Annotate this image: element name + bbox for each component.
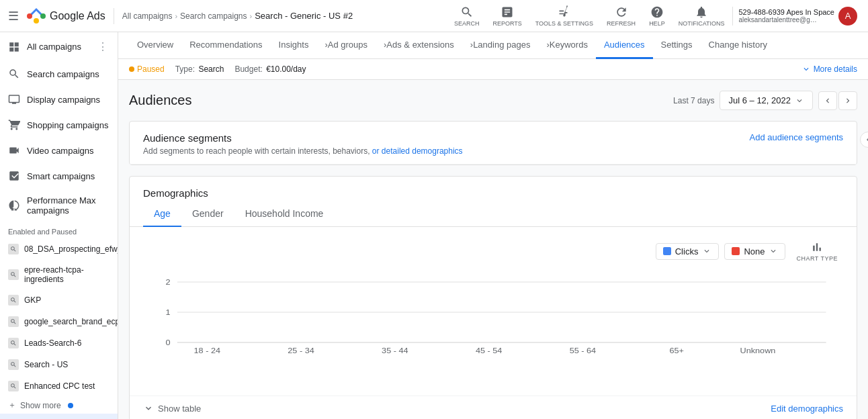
demo-tab-age[interactable]: Age <box>143 201 181 227</box>
chevron-right-icon <box>843 96 853 105</box>
sidebar-label-all-campaigns: All campaigns <box>27 42 81 52</box>
sidebar-campaign-dsa[interactable]: 08_DSA_prospecting_efw_tcpa <box>0 238 118 260</box>
shopping-icon <box>8 119 20 131</box>
sidebar-item-performance-max[interactable]: Performance Max campaigns <box>0 189 118 222</box>
more-details-button[interactable]: More details <box>801 64 857 74</box>
svg-text:25 - 34: 25 - 34 <box>288 347 314 354</box>
nav-divider <box>114 8 114 24</box>
demographics-tabs: Age Gender Household Income <box>130 201 857 227</box>
sidebar-kebab-icon[interactable]: ⋮ <box>96 39 110 54</box>
sidebar-campaign-enhanced-cpc[interactable]: Enhanced CPC test <box>0 375 118 397</box>
chevron-down-icon <box>801 64 811 74</box>
sidebar-item-smart-campaigns[interactable]: Smart campaigns <box>0 163 118 189</box>
mobile-app-footer[interactable]: Get the Google Ads mobile app <box>0 414 118 419</box>
campaign-label-gkp: GKP <box>24 295 41 305</box>
sidebar-campaign-google-search[interactable]: google_search_brand_ecpc_women <box>0 311 118 332</box>
subnav-ads-extensions[interactable]: › Ads & extensions <box>376 32 462 59</box>
sidebar-campaign-search-us[interactable]: Search - US <box>0 354 118 375</box>
subnav-audiences[interactable]: Audiences <box>596 32 653 59</box>
chevron-left-icon <box>823 96 832 105</box>
show-table-label: Show table <box>158 404 201 414</box>
logo-text: Google Ads <box>50 10 105 22</box>
campaign-type: Type: Search <box>175 64 224 74</box>
chart-type-button[interactable]: CHART TYPE <box>791 238 843 265</box>
date-dropdown[interactable]: Jul 6 – 12, 2022 <box>720 91 813 110</box>
top-nav: ☰ Google Ads All campaigns › Search camp… <box>0 0 868 32</box>
metric-1-label: Clicks <box>675 246 699 257</box>
add-audience-segments-button[interactable]: Add audience segments <box>750 132 843 142</box>
right-column: Overview Recommendations Insights › Ad g… <box>118 32 868 419</box>
breadcrumb-all-campaigns[interactable]: All campaigns <box>122 11 173 21</box>
sidebar-item-all-campaigns[interactable]: All campaigns ⋮ <box>0 32 118 61</box>
demographics-title: Demographics <box>143 187 843 199</box>
search-nav-button[interactable]: SEARCH <box>449 3 485 30</box>
subnav-recommendations[interactable]: Recommendations <box>181 32 270 59</box>
date-prev-button[interactable] <box>818 91 837 110</box>
landing-label: Landing pages <box>473 40 530 50</box>
svg-text:18 - 24: 18 - 24 <box>194 347 221 354</box>
audience-subtitle-link[interactable]: or detailed demographics <box>372 146 463 156</box>
metric-1-chevron <box>702 246 711 256</box>
sidebar-item-video-campaigns[interactable]: Video campaigns <box>0 138 118 163</box>
nav-left: ☰ Google Ads All campaigns › Search camp… <box>5 6 353 26</box>
campaign-icon-epre <box>8 269 19 280</box>
hamburger-icon[interactable]: ☰ <box>5 6 21 26</box>
sidebar-label-search-campaigns: Search campaigns <box>27 69 99 79</box>
notifications-nav-label: NOTIFICATIONS <box>679 20 725 27</box>
refresh-nav-button[interactable]: REFRESH <box>601 3 641 30</box>
layout: All campaigns ⋮ Search campaigns Display… <box>0 32 868 419</box>
subnav-settings[interactable]: Settings <box>653 32 701 59</box>
user-phone: 529-488-6939 Apes In Space <box>738 8 834 16</box>
demographics-title-area: Demographics <box>130 177 857 199</box>
campaign-label-epre: epre-reach-tcpa-ingredients <box>24 265 110 284</box>
subnav-change-history[interactable]: Change history <box>701 32 775 59</box>
sidebar-campaign-gkp[interactable]: GKP <box>0 289 118 311</box>
show-more-plus: ＋ <box>8 400 16 411</box>
edit-demographics-button[interactable]: Edit demographics <box>771 404 843 414</box>
date-dropdown-icon <box>795 96 804 105</box>
subnav-keywords[interactable]: › Keywords <box>538 32 595 59</box>
video-icon <box>8 144 20 156</box>
sidebar-campaign-leads[interactable]: Leads-Search-6 <box>0 332 118 354</box>
sidebar-label-video-campaigns: Video campaigns <box>27 146 94 156</box>
campaign-bar: Paused Type: Search Budget: €10.00/day M… <box>118 59 868 80</box>
display-icon <box>8 93 20 105</box>
campaign-icon-enhanced-cpc <box>8 381 19 391</box>
breadcrumb-arrow-1: › <box>175 12 177 20</box>
reports-nav-button[interactable]: REPORTS <box>487 3 527 30</box>
campaign-icon-leads <box>8 338 19 348</box>
date-range-label: Last 7 days <box>673 96 714 105</box>
subnav-overview[interactable]: Overview <box>129 32 181 59</box>
page-area: Audiences Last 7 days Jul 6 – 12, 2022 <box>118 80 868 419</box>
user-avatar[interactable]: A <box>838 7 857 26</box>
sidebar-item-display-campaigns[interactable]: Display campaigns <box>0 87 118 112</box>
sidebar-label-shopping-campaigns: Shopping campaigns <box>27 120 108 130</box>
metric-1-dropdown[interactable]: Clicks <box>656 243 720 260</box>
metric-2-dropdown[interactable]: None <box>724 243 785 260</box>
metric-2-chevron <box>769 246 778 256</box>
subnav-insights[interactable]: Insights <box>271 32 317 59</box>
sidebar-item-shopping-campaigns[interactable]: Shopping campaigns <box>0 112 118 138</box>
notifications-nav-button[interactable]: NOTIFICATIONS <box>673 3 730 30</box>
audience-segments-header: Audience segments Add segments to reach … <box>130 122 857 165</box>
tools-nav-button[interactable]: TOOLS & SETTINGS <box>530 3 599 30</box>
show-more-button[interactable]: ＋ Show more <box>0 397 118 414</box>
show-table-button[interactable]: Show table <box>143 403 201 414</box>
type-label: Type: <box>175 64 195 74</box>
demo-tab-household-income[interactable]: Household Income <box>234 201 335 227</box>
campaign-label-enhanced-cpc: Enhanced CPC test <box>24 381 95 391</box>
subnav-landing-pages[interactable]: › Landing pages <box>462 32 539 59</box>
demo-tab-gender[interactable]: Gender <box>181 201 234 227</box>
sidebar-label-smart-campaigns: Smart campaigns <box>27 171 95 181</box>
sidebar-item-search-campaigns[interactable]: Search campaigns <box>0 61 118 87</box>
subnav-ad-groups[interactable]: › Ad groups <box>316 32 376 59</box>
campaign-icon-dsa <box>8 244 19 254</box>
tools-nav-label: TOOLS & SETTINGS <box>535 20 593 27</box>
age-chart: 2 1 0 18 - 24 <box>143 275 843 385</box>
breadcrumb-search-campaigns[interactable]: Search campaigns <box>180 11 247 21</box>
date-range-selector: Last 7 days Jul 6 – 12, 2022 <box>673 91 857 110</box>
sidebar-campaign-epre[interactable]: epre-reach-tcpa-ingredients <box>0 260 118 289</box>
date-next-button[interactable] <box>838 91 857 110</box>
help-nav-button[interactable]: HELP <box>644 3 670 30</box>
audience-segments-title: Audience segments <box>143 132 463 144</box>
